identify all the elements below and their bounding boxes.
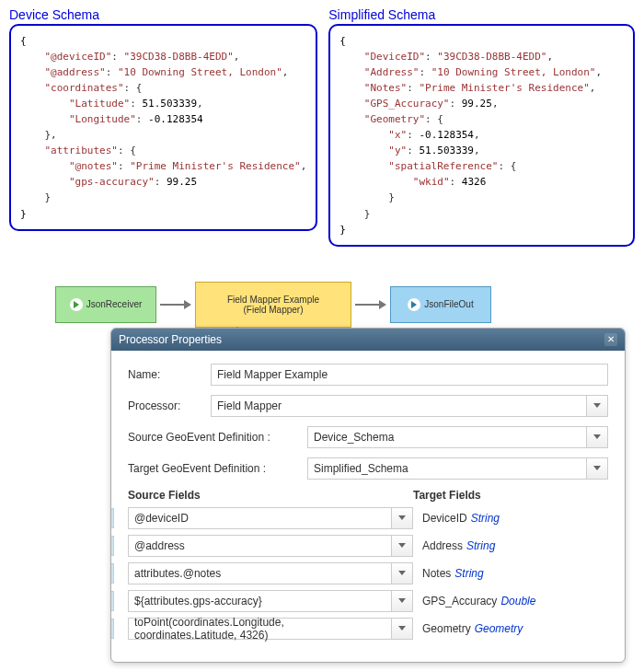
json-file-out-node[interactable]: JsonFileOut	[390, 286, 491, 323]
target-field: DeviceIDString	[422, 512, 500, 525]
line-label: Line 2	[110, 536, 114, 556]
dropdown-button[interactable]	[586, 426, 608, 448]
simplified-schema-title: Simplified Schema	[328, 7, 635, 22]
flow-arrow	[160, 299, 191, 310]
json-receiver-label: JsonReceiver	[86, 299, 143, 309]
json-receiver-node[interactable]: JsonReceiver	[55, 286, 156, 323]
panel-header: Processor Properties ✕	[111, 329, 625, 351]
source-def-select[interactable]: Device_Schema	[307, 426, 586, 448]
json-file-out-label: JsonFileOut	[424, 299, 473, 309]
play-icon	[408, 298, 420, 311]
source-field-select[interactable]: @address	[128, 535, 391, 557]
target-fields-header: Target Fields	[413, 489, 481, 502]
dropdown-button[interactable]	[586, 457, 608, 480]
line-label: Line 3	[110, 563, 114, 584]
device-schema-box: Device Schema { "@deviceID": "39CD38-D8B…	[9, 7, 317, 247]
line-label: Line 1	[110, 508, 114, 528]
panel-title: Processor Properties	[119, 333, 222, 346]
device-schema-title: Device Schema	[9, 7, 317, 22]
processor-label: Processor:	[128, 399, 211, 412]
processor-select[interactable]: Field Mapper	[211, 395, 586, 417]
play-icon	[70, 298, 83, 311]
dropdown-button[interactable]	[391, 535, 413, 557]
source-field-select[interactable]: toPoint(coordinates.Longitude, coordinat…	[128, 618, 391, 640]
target-def-select[interactable]: Simplified_Schema	[307, 457, 586, 480]
source-field-select[interactable]: @deviceID	[128, 507, 391, 529]
dropdown-button[interactable]	[391, 507, 413, 529]
target-field: GeometryGeometry	[422, 622, 523, 635]
target-field: GPS_AccuracyDouble	[422, 595, 535, 607]
field-mapper-subtitle: (Field Mapper)	[243, 305, 303, 315]
line-label: Line 4	[110, 591, 114, 611]
device-schema-json: { "@deviceID": "39CD38-D8BB-4EDD", "@add…	[9, 24, 317, 231]
line-label: Line 5	[110, 619, 114, 639]
source-def-label: Source GeoEvent Definition :	[128, 431, 307, 444]
name-input[interactable]: Field Mapper Example	[211, 364, 608, 386]
source-field-select[interactable]: ${attributes.gps-accuracy}	[128, 590, 391, 612]
close-icon[interactable]: ✕	[604, 333, 617, 346]
dropdown-button[interactable]	[391, 590, 413, 612]
target-field: NotesString	[422, 567, 484, 580]
field-mapper-node[interactable]: Field Mapper Example (Field Mapper)	[195, 282, 351, 328]
field-mapper-title: Field Mapper Example	[227, 295, 319, 305]
target-field: AddressString	[422, 539, 495, 552]
dropdown-button[interactable]	[391, 618, 413, 640]
simplified-schema-json: { "DeviceID": "39CD38-D8BB-4EDD", "Addre…	[328, 24, 635, 247]
flow-arrow	[355, 299, 386, 310]
processor-properties-panel: Processor Properties ✕ Name: Field Mappe…	[110, 328, 626, 663]
target-def-label: Target GeoEvent Definition :	[128, 462, 307, 475]
dropdown-button[interactable]	[586, 395, 608, 417]
source-field-select[interactable]: attributes.@notes	[128, 562, 391, 584]
dropdown-button[interactable]	[391, 562, 413, 584]
simplified-schema-box: Simplified Schema { "DeviceID": "39CD38-…	[328, 7, 635, 247]
name-label: Name:	[128, 368, 211, 381]
source-fields-header: Source Fields	[128, 489, 413, 502]
